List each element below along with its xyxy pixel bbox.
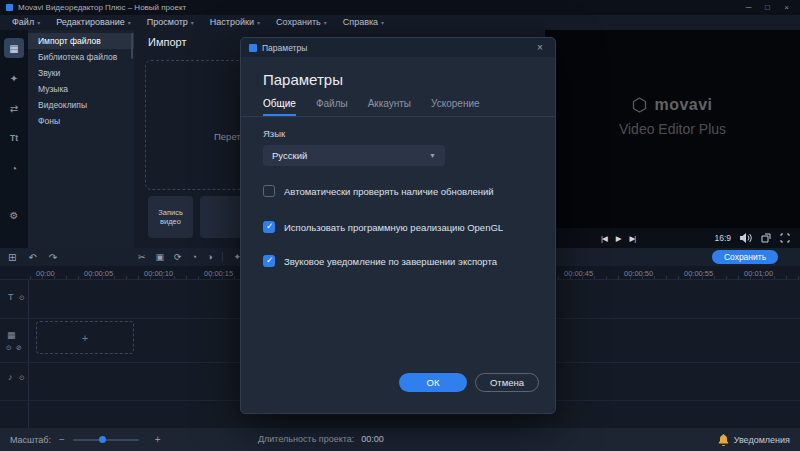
- cancel-button[interactable]: Отмена: [475, 373, 539, 392]
- dialog-close-icon[interactable]: ×: [533, 42, 547, 53]
- zoom-in-button[interactable]: +: [155, 434, 161, 445]
- play-button[interactable]: ▶: [616, 234, 621, 243]
- tab-accounts[interactable]: Аккаунты: [368, 98, 411, 116]
- library-item-import-files[interactable]: Импорт файлов: [28, 33, 134, 49]
- duration-label: Длительность проекта:: [258, 434, 354, 444]
- track-header-divider: [28, 280, 29, 428]
- crop-icon[interactable]: ▣: [156, 252, 165, 262]
- ruler-time: 00:00:55: [684, 269, 713, 278]
- checkbox-check-updates[interactable]: Автоматически проверять наличие обновлен…: [263, 185, 537, 198]
- tools-icon[interactable]: ⚙: [4, 205, 24, 225]
- record-video-tile[interactable]: Запись видео: [148, 196, 193, 238]
- ruler-time: 00:00:10: [144, 269, 173, 278]
- language-select[interactable]: Русский ▼: [263, 145, 445, 166]
- notifications-label: Уведомления: [734, 435, 790, 445]
- bell-icon: [718, 434, 729, 446]
- menu-help[interactable]: Справка: [335, 15, 392, 30]
- speed-icon[interactable]: ◔: [192, 252, 197, 262]
- zoom-label: Масштаб:: [10, 435, 51, 445]
- checkbox-export-sound[interactable]: Звуковое уведомление по завершении экспо…: [263, 255, 537, 268]
- menu-view[interactable]: Просмотр: [139, 15, 202, 30]
- add-clip-placeholder[interactable]: +: [36, 321, 134, 354]
- settings-dialog: Параметры × Параметры Общие Файлы Аккаун…: [240, 37, 556, 414]
- preview-watermark: movavi Video Editor Plus: [545, 96, 800, 137]
- add-track-icon[interactable]: ⊞: [8, 252, 16, 263]
- library-item-videoclips[interactable]: Видеоклипы: [28, 97, 134, 113]
- library-item-music[interactable]: Музыка: [28, 81, 134, 97]
- color-adjust-icon[interactable]: ◑: [207, 252, 212, 262]
- menu-save[interactable]: Сохранить: [268, 15, 335, 30]
- titles-icon[interactable]: Tt: [4, 128, 24, 148]
- preview-player: movavi Video Editor Plus |◀ ▶ ▶| 16:9: [545, 30, 800, 248]
- dialog-window-title: Параметры: [262, 43, 307, 53]
- split-icon[interactable]: ✂: [138, 252, 146, 262]
- video-track-mute-icon[interactable]: ⊘: [16, 344, 22, 352]
- brand-name: movavi: [654, 96, 712, 114]
- tool-iconstrip: ▦ ✦ ⇄ Tt ◔ ⚙: [0, 30, 28, 248]
- menu-edit[interactable]: Редактирование: [48, 15, 139, 30]
- next-frame-button[interactable]: ▶|: [630, 234, 636, 243]
- statusbar: Масштаб: − + Длительность проекта:00:00 …: [0, 428, 800, 451]
- titlebar: Movavi Видеоредактор Плюс – Новый проект…: [0, 0, 800, 15]
- import-tile[interactable]: [200, 196, 245, 238]
- library-item-file-library[interactable]: Библиотека файлов: [28, 49, 134, 65]
- titles-track-icon[interactable]: T: [8, 292, 14, 302]
- titles-track-eye-icon[interactable]: ⊙: [19, 294, 25, 302]
- zoom-slider[interactable]: [73, 439, 139, 441]
- dialog-buttons: ОК Отмена: [399, 373, 539, 392]
- panel-scrollbar[interactable]: [131, 33, 133, 59]
- undo-icon[interactable]: ↶: [28, 252, 36, 263]
- minimize-button[interactable]: ─: [739, 3, 758, 12]
- library-panel: Импорт файлов Библиотека файлов Звуки Му…: [28, 30, 134, 248]
- checkbox-label: Использовать программную реализацию Open…: [284, 221, 503, 234]
- language-value: Русский: [272, 150, 307, 161]
- transitions-icon[interactable]: ⇄: [4, 98, 24, 118]
- ok-button[interactable]: ОК: [399, 373, 467, 392]
- toolbar-separator: [222, 252, 223, 262]
- maximize-button[interactable]: □: [758, 3, 777, 12]
- ruler-time: 00:00:15: [204, 269, 233, 278]
- tab-general[interactable]: Общие: [263, 98, 296, 116]
- undock-player-icon[interactable]: [761, 233, 771, 243]
- stickers-icon[interactable]: ◔: [4, 158, 24, 178]
- checkbox-software-opengl[interactable]: Использовать программную реализацию Open…: [263, 221, 537, 234]
- ruler-time: 00:00:45: [564, 269, 593, 278]
- menu-file[interactable]: Файл: [4, 15, 48, 30]
- fullscreen-icon[interactable]: [780, 233, 790, 243]
- ruler-time: 00:00:05: [84, 269, 113, 278]
- aspect-ratio-selector[interactable]: 16:9: [714, 233, 731, 243]
- redo-icon[interactable]: ↷: [49, 252, 57, 263]
- media-import-icon[interactable]: ▦: [4, 38, 24, 58]
- zoom-out-button[interactable]: −: [59, 434, 65, 445]
- dialog-tabs: Общие Файлы Аккаунты Ускорение: [263, 98, 555, 116]
- library-item-sounds[interactable]: Звуки: [28, 65, 134, 81]
- duration-value: 00:00: [361, 434, 384, 444]
- dialog-heading: Параметры: [263, 71, 555, 88]
- dialog-app-icon: [249, 44, 257, 52]
- tab-acceleration[interactable]: Ускорение: [431, 98, 480, 116]
- audio-track-eye-icon[interactable]: ⊙: [19, 374, 25, 382]
- close-button[interactable]: ×: [777, 3, 796, 12]
- notifications[interactable]: Уведомления: [718, 434, 790, 446]
- rotate-icon[interactable]: ⟳: [174, 252, 182, 262]
- volume-icon[interactable]: [740, 233, 752, 243]
- project-duration: Длительность проекта:00:00: [258, 428, 384, 451]
- window-title: Movavi Видеоредактор Плюс – Новый проект: [18, 3, 186, 12]
- zoom-slider-knob[interactable]: [99, 436, 106, 443]
- checkbox-box: [263, 255, 275, 267]
- video-track-eye-icon[interactable]: ⊙: [6, 344, 12, 352]
- library-item-backgrounds[interactable]: Фоны: [28, 113, 134, 129]
- video-track-icon[interactable]: ▦: [7, 330, 16, 340]
- dialog-titlebar: Параметры ×: [241, 38, 555, 57]
- movavi-hexagon-icon: [632, 97, 647, 113]
- save-export-button[interactable]: Сохранить: [712, 250, 778, 264]
- playback-bar: |◀ ▶ ▶| 16:9: [545, 228, 800, 248]
- language-label: Язык: [263, 128, 555, 139]
- prev-frame-button[interactable]: |◀: [601, 234, 607, 243]
- tabs-divider: [241, 116, 555, 117]
- app-logo-icon: [6, 4, 13, 11]
- filters-icon[interactable]: ✦: [4, 68, 24, 88]
- menu-settings[interactable]: Настройки: [202, 15, 268, 30]
- tab-files[interactable]: Файлы: [316, 98, 348, 116]
- audio-track-icon[interactable]: ♪: [8, 372, 13, 382]
